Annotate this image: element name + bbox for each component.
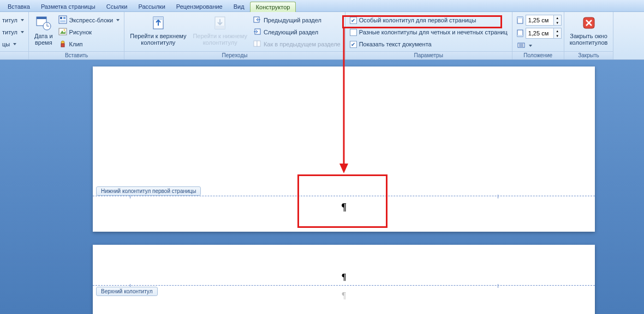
different-odd-even-checkbox[interactable]: Разные колонтитулы для четных и нечетных…: [348, 26, 510, 38]
footer-from-bottom-spinner[interactable]: ▲▼: [515, 27, 562, 39]
previous-section-label: Предыдущий раздел: [264, 17, 321, 23]
picture-icon: [58, 27, 67, 37]
header-margin-icon: [515, 15, 526, 26]
date-time-button[interactable]: Дата и время: [31, 13, 56, 47]
tab-review[interactable]: Рецензирование: [171, 2, 228, 11]
insert-alignment-tab-button[interactable]: [515, 40, 562, 51]
group-label-nav: Переходы: [124, 51, 344, 59]
group-label-params: Параметры: [345, 51, 512, 59]
svg-point-11: [63, 29, 65, 31]
tab-icon: [517, 41, 526, 50]
spinner-buttons[interactable]: ▲▼: [554, 15, 562, 26]
show-document-text-checkbox[interactable]: ✔ Показать текст документа: [348, 38, 510, 50]
page-2[interactable]: ¶ Верхний колонтитул ¶: [93, 245, 595, 314]
footer-first-page-tag: Нижний колонтитул первой страницы: [96, 186, 201, 196]
footer-boundary-line: [93, 196, 595, 196]
close-header-footer-label: Закрыть окно колонтитулов: [570, 33, 608, 46]
go-to-footer-button[interactable]: Перейти к нижнему колонтитулу: [189, 13, 250, 47]
svg-rect-8: [60, 20, 65, 22]
tab-mailings[interactable]: Рассылки: [133, 2, 170, 11]
previous-section-button[interactable]: Предыдущий раздел: [251, 14, 343, 26]
header-from-top-input[interactable]: [526, 15, 554, 26]
chevron-down-icon: [21, 19, 24, 21]
next-section-button[interactable]: Следующий раздел: [251, 26, 343, 38]
svg-rect-13: [61, 44, 64, 47]
footer-from-bottom-input[interactable]: [526, 28, 554, 39]
svg-rect-25: [517, 35, 523, 37]
svg-rect-7: [63, 17, 65, 19]
svg-rect-17: [215, 26, 225, 29]
close-icon: [580, 14, 598, 32]
link-to-previous-button[interactable]: Как в предыдущем разделе: [251, 38, 343, 50]
go-to-header-button[interactable]: Перейти к верхнему колонтитулу: [127, 13, 189, 47]
tab-page-layout[interactable]: Разметка страницы: [35, 2, 101, 11]
group-label-close: Закрыть: [564, 51, 613, 59]
chevron-down-icon: [116, 19, 120, 21]
close-header-footer-button[interactable]: Закрыть окно колонтитулов: [567, 13, 611, 47]
clip-button[interactable]: Клип: [56, 38, 122, 50]
group-label-position: Положение: [512, 51, 564, 59]
svg-rect-1: [37, 17, 46, 19]
tab-designer[interactable]: Конструктор: [250, 2, 296, 12]
link-to-previous-label: Как в предыдущем разделе: [264, 41, 341, 47]
picture-button[interactable]: Рисунок: [56, 26, 122, 38]
show-document-text-label: Показать текст документа: [359, 41, 432, 47]
prev-section-icon: [253, 15, 261, 25]
calendar-clock-icon: [35, 14, 52, 32]
checkbox-checked-icon: ✔: [350, 17, 357, 24]
pilcrow-mark: ¶: [341, 202, 347, 213]
svg-rect-21: [257, 41, 260, 46]
ribbon: титул титул цы: [0, 12, 644, 60]
svg-rect-6: [60, 17, 62, 19]
go-to-header-label: Перейти к верхнему колонтитулу: [130, 33, 186, 46]
different-first-page-checkbox[interactable]: ✔ Особый колонтитул для первой страницы: [348, 14, 510, 26]
footer-preset-label: титул: [2, 29, 17, 35]
go-header-icon: [150, 14, 167, 32]
group-label-insert: Вставить: [29, 51, 124, 59]
header-preset-label: титул: [2, 17, 17, 23]
header-tag: Верхний колонтитул: [96, 287, 158, 296]
express-blocks-button[interactable]: Экспресс-блоки: [56, 14, 122, 26]
svg-rect-23: [517, 17, 523, 19]
clip-label: Клип: [69, 41, 83, 47]
group-label-cut: [0, 51, 28, 59]
footer-preset-button[interactable]: титул: [0, 26, 26, 38]
date-time-label: Дата и время: [34, 33, 53, 46]
clip-icon: [58, 39, 67, 49]
next-section-label: Следующий раздел: [264, 29, 318, 35]
header-from-top-spinner[interactable]: ▲▼: [515, 14, 562, 26]
checkbox-empty-icon: [350, 29, 357, 36]
ribbon-tabs: Вставка Разметка страницы Ссылки Рассылк…: [0, 0, 644, 12]
checkbox-checked-icon: ✔: [350, 41, 357, 48]
chevron-down-icon: [21, 31, 24, 33]
footer-margin-icon: [515, 28, 526, 39]
pilcrow-mark: ¶: [342, 272, 347, 282]
chevron-down-icon: [529, 45, 532, 47]
spinner-buttons[interactable]: ▲▼: [554, 28, 562, 39]
pilcrow-mark-dim: ¶: [342, 291, 345, 300]
go-footer-icon: [211, 14, 229, 32]
express-blocks-label: Экспресс-блоки: [69, 17, 114, 23]
tab-references[interactable]: Ссылки: [101, 2, 133, 11]
link-prev-icon: [253, 39, 261, 49]
building-blocks-icon: [58, 15, 67, 25]
page-1[interactable]: Нижний колонтитул первой страницы ¶: [93, 67, 595, 232]
picture-label: Рисунок: [69, 29, 92, 35]
document-area: Нижний колонтитул первой страницы ¶ ¶ Ве…: [93, 67, 595, 314]
next-section-icon: [253, 27, 261, 37]
page-number-label: цы: [2, 41, 10, 47]
different-first-page-label: Особый колонтитул для первой страницы: [359, 17, 476, 23]
different-odd-even-label: Разные колонтитулы для четных и нечетных…: [359, 29, 508, 35]
tab-insert[interactable]: Вставка: [2, 2, 35, 11]
header-boundary-line: [93, 285, 595, 286]
tab-view[interactable]: Вид: [228, 2, 250, 11]
svg-rect-20: [254, 41, 257, 46]
header-preset-button[interactable]: титул: [0, 14, 26, 26]
go-to-footer-label: Перейти к нижнему колонтитулу: [193, 33, 247, 46]
chevron-down-icon: [13, 43, 16, 45]
page-number-button[interactable]: цы: [0, 38, 26, 50]
